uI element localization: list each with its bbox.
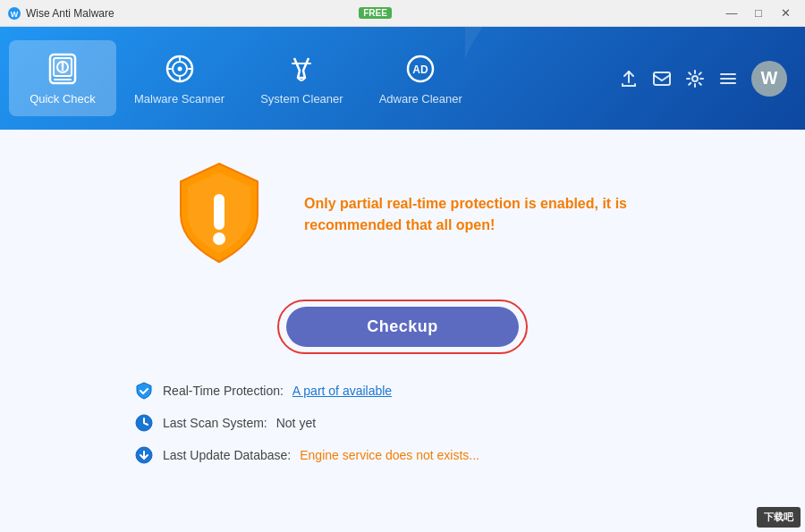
window-controls: — □ ✕ [719, 4, 798, 22]
watermark: 下载吧 [757, 507, 801, 528]
checkup-button[interactable]: Checkup [286, 307, 519, 347]
warning-section: Only partial real-time protection is ena… [161, 156, 644, 273]
svg-text:W: W [11, 10, 19, 19]
nav-item-quick-check[interactable]: Quick Check [9, 40, 116, 116]
main-content: Only partial real-time protection is ena… [0, 130, 805, 532]
last-scan-label: Last Scan System: [163, 416, 267, 430]
quick-check-label: Quick Check [30, 92, 96, 106]
close-button[interactable]: ✕ [773, 4, 798, 22]
svg-point-24 [213, 232, 225, 245]
last-update-icon [134, 445, 154, 465]
system-cleaner-label: System Cleaner [260, 92, 343, 106]
svg-point-19 [692, 76, 698, 81]
title-bar: W Wise Anti Malware FREE — □ ✕ [0, 0, 805, 27]
last-update-value: Engine service does not exists... [300, 448, 479, 462]
svg-point-10 [177, 67, 182, 72]
adware-cleaner-icon: AD [402, 51, 438, 87]
status-item-last-update: Last Update Database: Engine service doe… [134, 445, 671, 465]
menu-icon[interactable] [718, 69, 738, 89]
nav-item-adware-cleaner[interactable]: AD Adware Cleaner [361, 40, 480, 116]
svg-rect-23 [214, 194, 225, 230]
shield-warning-icon [161, 156, 277, 273]
free-badge: FREE [359, 7, 392, 19]
svg-text:AD: AD [413, 63, 429, 76]
status-item-last-scan: Last Scan System: Not yet [134, 413, 671, 433]
adware-cleaner-label: Adware Cleaner [379, 92, 462, 106]
message-icon[interactable] [652, 69, 672, 89]
header-right: W [619, 61, 787, 97]
user-avatar[interactable]: W [751, 61, 787, 97]
malware-scanner-icon [162, 51, 198, 87]
header-decoration [465, 27, 644, 130]
checkup-button-wrapper: Checkup [277, 300, 528, 354]
quick-check-icon [45, 51, 80, 87]
settings-icon[interactable] [685, 69, 705, 89]
last-scan-value: Not yet [276, 416, 316, 430]
app-logo-icon: W [7, 6, 21, 21]
status-item-realtime: Real-Time Protection: A part of availabl… [134, 381, 671, 401]
warning-text-box: Only partial real-time protection is ena… [304, 193, 644, 236]
status-list: Real-Time Protection: A part of availabl… [134, 381, 671, 465]
warning-message: Only partial real-time protection is ena… [304, 193, 644, 236]
header: Quick Check Malware Scanner System Cle [0, 27, 805, 130]
realtime-protection-value[interactable]: A part of available [292, 384, 392, 398]
last-scan-icon [134, 413, 154, 433]
system-cleaner-icon [284, 51, 319, 87]
malware-scanner-label: Malware Scanner [134, 92, 225, 106]
realtime-protection-label: Real-Time Protection: [163, 384, 284, 398]
nav-item-system-cleaner[interactable]: System Cleaner [242, 40, 360, 116]
maximize-button[interactable]: □ [746, 4, 771, 22]
svg-rect-18 [654, 72, 670, 85]
last-update-label: Last Update Database: [163, 448, 291, 462]
realtime-protection-icon [134, 381, 154, 401]
minimize-button[interactable]: — [719, 4, 744, 22]
nav-item-malware-scanner[interactable]: Malware Scanner [116, 40, 242, 116]
app-title: Wise Anti Malware [26, 7, 353, 20]
